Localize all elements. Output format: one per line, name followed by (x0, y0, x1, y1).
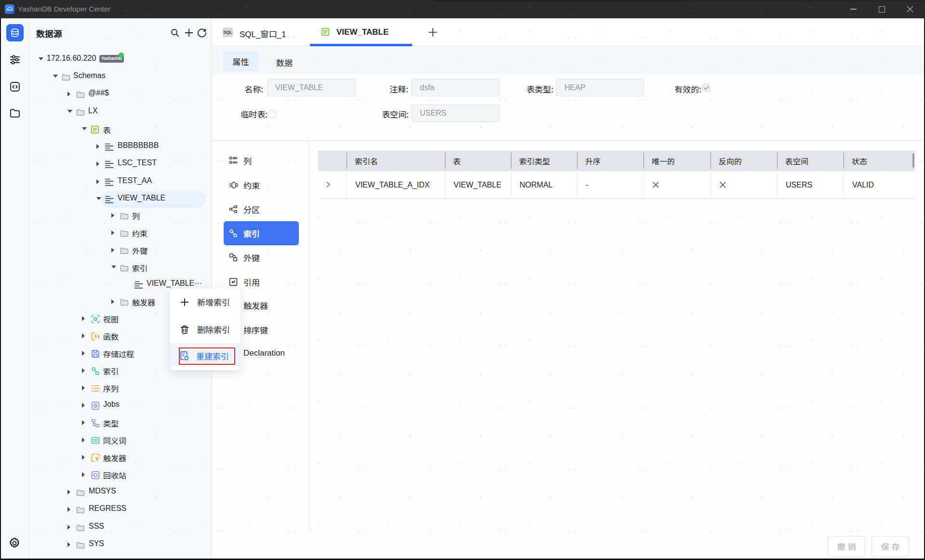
svg-text:Fx: Fx (94, 334, 100, 339)
